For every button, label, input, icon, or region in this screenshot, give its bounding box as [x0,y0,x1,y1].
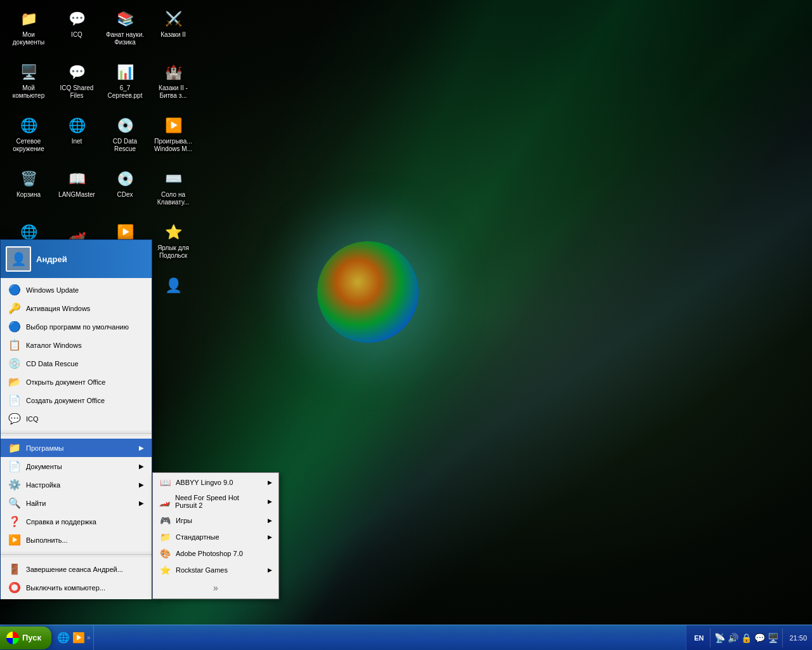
icq-menu-label: ICQ [26,415,39,423]
submenu-item-rockstar[interactable]: ⭐ Rockstar Games ▶ [153,562,278,578]
start-menu-item-windows-update[interactable]: 🔵 Windows Update [1,281,152,299]
start-menu-item-logout[interactable]: 🚪 Завершение сеанса Андрей... [1,560,152,578]
tray-icon-display[interactable]: 🖥️ [768,633,778,643]
cd-rescue-icon: 💿 [115,116,135,136]
nfs-arrow: ▶ [268,498,272,505]
science-label: Фанат науки.Физика [106,31,144,46]
ql-expand-arrow[interactable]: » [87,634,91,641]
desktop-icon-my-docs[interactable]: 📁 Моидокументы [6,6,51,57]
desktop-icon-science[interactable]: 📚 Фанат науки.Физика [103,6,147,57]
desktop-icon-windows-media[interactable]: ▶️ Проигрыва...Windows M... [151,113,195,164]
submenu-item-games[interactable]: 🎮 Игры ▶ [153,512,278,529]
start-menu-item-search[interactable]: 🔍 Найти ▶ [1,494,152,512]
submenu-item-nfs[interactable]: 🏎️ Need For Speed Hot Pursuit 2 ▶ [153,491,278,512]
start-menu-divider-2 [1,554,152,555]
programs-submenu-list: 📖 ABBYY Lingvo 9.0 ▶ 🏎️ Need For Speed H… [153,474,278,597]
tray-icon-sound[interactable]: 🔊 [728,633,738,643]
cd-rescue-menu-label: CD Data Rescue [26,360,79,368]
desktop-icon-user[interactable]: 👤 [151,273,195,324]
inet-label: Inet [72,138,82,145]
tray-icon-security[interactable]: 🔒 [741,633,752,643]
start-menu-bottom-section: 📁 Программы ▶ 📄 Документы ▶ ⚙️ Настройка… [1,436,152,552]
create-office-icon: 📄 [8,394,21,406]
windows-update-icon: 🔵 [8,284,21,296]
start-menu-item-icq[interactable]: 💬 ICQ [1,409,152,428]
start-menu-item-programs[interactable]: 📁 Программы ▶ [1,439,152,457]
desktop-icon-cdex[interactable]: 💿 CDex [103,166,147,217]
cd-rescue-label: CD DataRescue [113,138,137,153]
create-office-label: Создать документ Office [26,397,105,404]
start-menu-item-activate[interactable]: 🔑 Активация Windows [1,299,152,317]
submenu-item-more[interactable]: » [153,578,278,597]
desktop-icon-icq[interactable]: 💬 ICQ [55,6,99,57]
ql-media-icon[interactable]: ▶️ [72,631,86,645]
ql-ie-icon[interactable]: 🌐 [56,631,70,645]
solo-keyboard-icon: ⌨️ [163,169,183,189]
abbyy-icon: 📖 [159,477,171,488]
my-comp-icon: 🖥️ [18,62,39,83]
search-menu-label: Найти [26,500,46,507]
catalog-icon: 📋 [8,339,21,351]
programs-submenu: 📖 ABBYY Lingvo 9.0 ▶ 🏎️ Need For Speed H… [152,472,279,599]
desktop-icon-cossacks2[interactable]: ⚔️ Казаки II [151,6,195,57]
submenu-item-photoshop[interactable]: 🎨 Adobe Photoshop 7.0 [153,545,278,562]
desktop-icon-my-comp[interactable]: 🖥️ Мойкомпьютер [6,60,51,110]
standard-icon: 📁 [159,532,171,542]
my-comp-label: Мойкомпьютер [13,84,44,100]
default-programs-label: Выбор программ по умолчанию [26,323,129,331]
desktop-icon-cd-rescue[interactable]: 💿 CD DataRescue [103,113,147,164]
programs-arrow: ▶ [139,444,144,451]
science-icon: 📚 [115,9,135,29]
desktop-icon-recycle[interactable]: 🗑️ Корзина [6,166,51,217]
desktop-icon-cossacks2-battle[interactable]: 🏰 Казаки II -Битва з... [151,60,195,110]
run-icon: ▶️ [8,534,21,546]
desktop-icon-solo-keyboard[interactable]: ⌨️ Соло наКлавиату... [151,166,195,217]
standard-arrow: ▶ [268,534,272,540]
windows-media-label: Проигрыва...Windows M... [154,138,192,153]
submenu-item-standard[interactable]: 📁 Стандартные ▶ [153,529,278,545]
start-menu-item-documents[interactable]: 📄 Документы ▶ [1,457,152,475]
search-arrow: ▶ [139,500,144,507]
desktop-icon-icq-shared[interactable]: 💬 ICQ SharedFiles [55,60,99,110]
more-label: » [213,581,218,594]
cossacks2-battle-icon: 🏰 [163,62,183,83]
tray-clock: 21:50 [789,634,807,642]
start-menu-item-shutdown[interactable]: ⭕ Выключить компьютер... [1,578,152,597]
windows-logo-decoration [317,241,419,343]
help-label: Справка и поддержка [26,518,96,526]
my-docs-icon: 📁 [18,9,39,29]
games-arrow: ▶ [268,517,272,524]
settings-label: Настройка [26,481,60,489]
desktop-icon-network[interactable]: 🌐 Сетевоеокружение [6,113,51,164]
cossacks2-battle-label: Казаки II -Битва з... [159,84,188,100]
start-menu-item-catalog[interactable]: 📋 Каталог Windows [1,336,152,354]
quick-launch-bar: 🌐 ▶️ » [54,625,94,650]
desktop-icon-sergeev-ppt[interactable]: 📊 6_7Сергеев.ppt [103,60,147,110]
activate-icon: 🔑 [8,302,21,314]
desktop-icon-langmaster[interactable]: 📖 LANGMaster [55,166,99,217]
desktop-icon-yarlyk[interactable]: ⭐ Ярлык дляПодольск [151,220,195,270]
start-menu-item-run[interactable]: ▶️ Выполнить... [1,531,152,549]
icq-icon: 💬 [67,9,87,29]
settings-arrow: ▶ [139,481,144,488]
games-label: Игры [176,517,192,524]
catalog-label: Каталог Windows [26,342,82,349]
games-icon: 🎮 [159,515,171,526]
tray-icon-icq[interactable]: 💬 [754,633,765,643]
start-menu-item-settings[interactable]: ⚙️ Настройка ▶ [1,475,152,494]
desktop-icon-inet[interactable]: 🌐 Inet [55,113,99,164]
start-menu-item-help[interactable]: ❓ Справка и поддержка [1,512,152,531]
open-office-label: Открыть документ Office [26,378,106,386]
start-menu-item-create-office[interactable]: 📄 Создать документ Office [1,391,152,409]
my-docs-label: Моидокументы [13,31,45,46]
nfs-label: Need For Speed Hot Pursuit 2 [175,494,263,509]
language-indicator[interactable]: EN [691,634,706,642]
submenu-item-abbyy[interactable]: 📖 ABBYY Lingvo 9.0 ▶ [153,474,278,491]
start-button[interactable]: Пуск [0,627,51,649]
programs-icon: 📁 [8,442,21,454]
start-menu-item-open-office[interactable]: 📂 Открыть документ Office [1,373,152,391]
start-menu-item-default-programs[interactable]: 🔵 Выбор программ по умолчанию [1,317,152,336]
start-menu-item-cd-rescue[interactable]: 💿 CD Data Rescue [1,354,152,373]
tray-icon-network[interactable]: 📡 [714,633,725,643]
cd-rescue-menu-icon: 💿 [8,357,21,369]
